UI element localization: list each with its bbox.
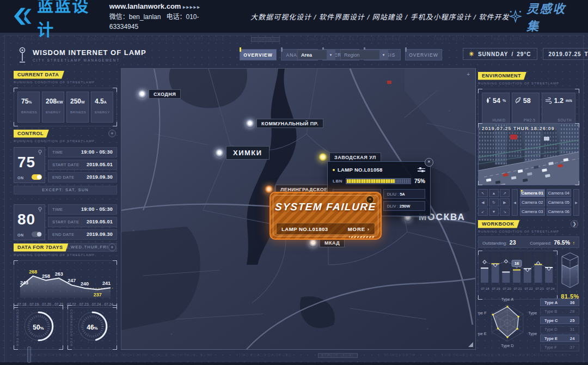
lamp-id-title: LAMP NO.L01058	[338, 167, 415, 173]
camera-01-button[interactable]: Camera 01	[520, 189, 545, 197]
start-date-row[interactable]: START DATE 2019.05.01	[48, 160, 117, 170]
region-select[interactable]: Region ▾	[340, 50, 388, 60]
map-crosshair-icon[interactable]: +	[467, 71, 470, 77]
camera-feed[interactable]: 2019.07.25 THUR 18:26:09	[478, 123, 579, 185]
radar-chart: Type AType BType CType DType EType F	[478, 296, 537, 350]
svg-text:243: 243	[20, 279, 28, 285]
svg-text:+: +	[301, 69, 303, 69]
deco-text: SOME DAY AS FAR AS I COULD TO WHERE IT	[306, 37, 407, 42]
weather-separator: /	[511, 51, 513, 57]
website-url[interactable]: www.lanlanwork.com	[109, 2, 181, 10]
stat-label: BRINESS	[70, 111, 88, 114]
camera-list-next-button[interactable]: ▶	[573, 189, 579, 216]
chevron-down-icon: ▾	[379, 50, 388, 59]
x-tick: 07.19	[491, 287, 501, 290]
legend-row-type-f[interactable]: Type F37	[540, 344, 579, 351]
line-chart: 243268258263247240237241 07.1807.1907.20…	[14, 260, 117, 308]
camera-list-prev-button[interactable]: ◀	[512, 189, 518, 216]
legend-row-type-e[interactable]: Type E24	[540, 334, 579, 342]
camera-06-button[interactable]: Camera 06	[547, 208, 572, 216]
hazard-stripes	[349, 236, 374, 238]
camera-05-button[interactable]: Camera 05	[547, 198, 572, 206]
pan-down-button[interactable]: ▼	[489, 208, 499, 216]
collect-label: 灵感收集	[526, 0, 574, 34]
map-pin-label: СХОДНЯ	[149, 89, 181, 99]
time-row[interactable]: TIME 19:00 - 05:30	[48, 204, 117, 215]
svg-text:Type A: Type A	[501, 297, 514, 302]
camera-03-button[interactable]: Camera 03	[520, 208, 545, 216]
stat-unit: KW	[57, 100, 63, 104]
bulb-icon	[38, 149, 42, 155]
next-page-button[interactable]: ❯	[571, 220, 578, 228]
map-pin[interactable]: КОММУНАЛЬНЫЙ ПР.	[246, 119, 323, 128]
end-date-row[interactable]: END DATE 2019.09.30	[48, 172, 117, 182]
power-toggle[interactable]	[32, 174, 42, 180]
current-field: DLIU5A	[383, 189, 425, 199]
sliders-icon[interactable]	[418, 167, 425, 173]
pan-up-left-button[interactable]: ↖	[478, 189, 488, 197]
tab-overview-1[interactable]: OVERVIEW	[240, 49, 277, 60]
power-toggle[interactable]	[32, 232, 42, 237]
legend-row-type-b[interactable]: Type B28	[540, 308, 579, 315]
stat-unit: W	[81, 100, 85, 104]
stat-unit: %	[28, 100, 32, 104]
temperature: 29°C	[517, 51, 531, 57]
lamp-pin-icon	[215, 149, 224, 157]
end-date-row[interactable]: END DATE 2019.09.30	[48, 229, 117, 240]
logo[interactable]: 蓝蓝设计	[13, 0, 101, 40]
chevron-down-icon: ▾	[327, 50, 335, 59]
wechat-contact: 微信：ben_lanlan	[109, 13, 161, 21]
x-tick: 07.18	[480, 287, 490, 290]
x-axis-labels: 07.1807.1907.2007.2107.2207.2307.24	[480, 287, 556, 290]
stat-label: BRINESS	[21, 111, 39, 114]
lamp-pin-icon	[246, 119, 254, 128]
camera-02-button[interactable]: Camera 02	[520, 198, 545, 206]
map-pin-label: ЗАВОДСКАЯ УЛ	[329, 153, 381, 162]
pan-left-button[interactable]: ◀	[478, 198, 488, 206]
env-label: SOUTH	[558, 118, 572, 122]
map-pin[interactable]: ЗАВОДСКАЯ УЛ	[318, 153, 381, 162]
close-icon[interactable]: ✕	[425, 158, 433, 167]
panel-subtitle: RUNNING CONDITION OF STREETLAMP	[14, 81, 117, 84]
camera-04-button[interactable]: Camera 04	[547, 189, 572, 197]
legend-row-type-d[interactable]: Type D31	[540, 326, 579, 333]
map-pin[interactable]: СХОДНЯ	[138, 89, 181, 99]
city-map[interactable]: +++++ + СХОДНЯКОММУНАЛЬНЫЙ ПР.ХИМКИЗАВОД…	[121, 68, 476, 350]
area-select[interactable]: Area ▾	[297, 50, 335, 60]
start-date-row[interactable]: START DATE 2019.05.01	[48, 217, 117, 227]
site-info: www.lanlanwork.com ▸▸▸▸▸ 微信：ben_lanlan 电…	[109, 1, 218, 32]
pan-down-right-button[interactable]: ↘	[500, 208, 510, 216]
reset-view-button[interactable]: ↻	[489, 198, 499, 206]
current-date: 2019.07.25	[549, 51, 581, 57]
stat-value: 250	[70, 98, 81, 105]
pan-up-button[interactable]: ▲	[489, 189, 499, 197]
control-panel: CONTROL + RUNNING CONDITION OF STREETLAM…	[14, 127, 117, 252]
pan-up-right-button[interactable]: ↗	[500, 189, 510, 197]
row-label: START DATE	[52, 220, 79, 224]
leaf-icon	[515, 97, 521, 104]
add-schedule-button[interactable]: +	[108, 130, 116, 137]
time-row[interactable]: TIME 19:00 - 05:30	[48, 147, 117, 157]
panel-subtitle: RUNNING CONDITION OF STREETLAMP	[14, 139, 117, 143]
row-label: START DATE	[52, 162, 79, 167]
brightness-progress-bar[interactable]	[346, 178, 411, 184]
svg-text:Type F: Type F	[478, 311, 487, 315]
more-button[interactable]: MORE ›	[348, 226, 370, 232]
services-list: 大数据可视化设计 / 软件界面设计 / 网站建设 / 手机及小程序设计 / 软件…	[250, 11, 509, 22]
map-pin[interactable]: ХИМКИ	[215, 146, 270, 160]
brightness-percent: 75%	[414, 178, 425, 184]
legend-row-type-a[interactable]: Type A36	[540, 299, 579, 306]
row-label: END DATE	[52, 175, 75, 180]
power-field: DLIV250W	[383, 201, 425, 211]
workbook-bar-chart: 16 07.1807.1907.2007.2107.2207.2307.24	[478, 251, 558, 300]
pan-down-left-button[interactable]: ↙	[478, 208, 488, 216]
current-weekday: THUR	[585, 51, 588, 57]
legend-row-type-c[interactable]: Type C25	[540, 317, 579, 324]
inspiration-collect[interactable]: 灵感收集	[509, 0, 574, 34]
pan-right-button[interactable]: ▶	[500, 198, 510, 206]
app-title-block: WISDOM INTERNET OF LAMP CITY STREETLAMP …	[17, 47, 146, 63]
tab-overview-3[interactable]: OVERVIEW	[405, 49, 442, 60]
expand-button[interactable]: +	[108, 244, 116, 251]
env-value: 54	[493, 97, 500, 105]
wind-icon	[545, 98, 552, 104]
